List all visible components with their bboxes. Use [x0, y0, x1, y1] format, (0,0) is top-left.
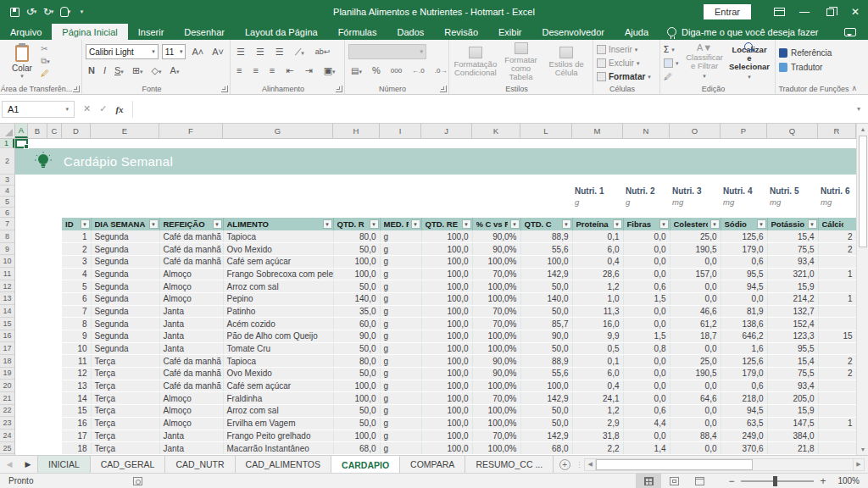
cell[interactable]: 50,0 [520, 305, 572, 318]
cell[interactable]: 0,0 [670, 442, 721, 455]
cell[interactable]: 0,0 [623, 230, 670, 243]
cell[interactable]: Terça [91, 430, 159, 442]
zoom-slider-thumb[interactable] [773, 476, 777, 486]
sheet-tab-inicial[interactable]: INICIAL [37, 456, 91, 473]
cell[interactable]: 100,0 [421, 268, 472, 280]
cell[interactable]: 132,7 [767, 305, 818, 318]
formula-input[interactable] [133, 101, 851, 118]
cell[interactable]: 218,0 [721, 392, 767, 405]
cell[interactable]: 1,2 [572, 405, 623, 418]
number-dialog-launcher[interactable] [440, 86, 447, 92]
cell[interactable]: 100,0 [520, 380, 572, 392]
cell[interactable]: 100,0 [421, 342, 472, 355]
column-header-A[interactable]: A [15, 124, 28, 138]
cell[interactable]: Segunda [91, 318, 159, 330]
cell[interactable]: Café da manhã [159, 355, 223, 368]
undo-icon[interactable]: ↺▾ [24, 3, 39, 20]
align-left-icon[interactable]: ≡ [234, 65, 244, 75]
cell[interactable]: Pão de Alho com Queijo [223, 330, 333, 343]
cell[interactable]: 0,6 [623, 405, 670, 418]
cell[interactable]: 0,0 [623, 430, 670, 442]
sheet-tab-cad-alimentos[interactable]: CAD_ALIMENTOS [236, 456, 332, 473]
cell[interactable]: 1,2 [572, 280, 623, 293]
collapse-ribbon-icon[interactable]: ∧ [851, 84, 857, 92]
align-top-icon[interactable]: ☰ [234, 47, 248, 58]
cell[interactable]: 6,0 [572, 368, 623, 380]
cell[interactable]: 190,5 [670, 368, 721, 380]
row-header-18[interactable]: 18 [0, 355, 14, 368]
col-header-alimento[interactable]: ALIMENTO▼ [223, 218, 333, 230]
cell[interactable]: 100,0 [421, 417, 472, 430]
cell[interactable]: Terça [91, 442, 159, 455]
filter-dropdown-icon[interactable]: ▼ [757, 219, 766, 229]
cell[interactable]: 125,6 [721, 230, 767, 243]
cell[interactable]: 2 [818, 355, 856, 368]
cell[interactable]: 0,4 [572, 255, 623, 268]
cell[interactable] [818, 280, 856, 293]
cell[interactable]: g [380, 243, 421, 256]
column-header-F[interactable]: F [159, 124, 223, 138]
cell[interactable]: 100,0 [333, 255, 380, 268]
cell[interactable]: 50,0 [520, 280, 572, 293]
cell[interactable]: 9,9 [572, 330, 623, 343]
cell[interactable]: Almoço [159, 405, 223, 418]
cell[interactable]: 50,0 [333, 280, 380, 293]
row-header-8[interactable]: 8 [0, 230, 14, 243]
sheet-tab-compara[interactable]: COMPARA [400, 456, 465, 473]
cell[interactable]: Café da manhã [159, 255, 223, 268]
cell[interactable]: 100,0 [421, 380, 472, 392]
cell[interactable]: Janta [159, 305, 223, 318]
column-header-H[interactable]: H [333, 124, 380, 138]
percent-style-icon[interactable]: % [370, 65, 383, 75]
cell[interactable]: Frango Sobrecoxa com pele [223, 268, 333, 280]
cell[interactable]: 70,0% [472, 318, 520, 330]
column-header-E[interactable]: E [91, 124, 159, 138]
cell[interactable]: 100,0 [421, 230, 472, 243]
filter-dropdown-icon[interactable]: ▼ [510, 219, 520, 229]
cell[interactable]: 95,5 [721, 268, 767, 280]
column-header-N[interactable]: N [623, 124, 670, 138]
tab-desenvolvedor[interactable]: Desenvolvedor [532, 24, 615, 40]
cell[interactable]: 140,0 [520, 292, 572, 305]
cell[interactable]: 13 [62, 380, 91, 392]
sheet-tab-cad-nutr[interactable]: CAD_NUTR [165, 456, 235, 473]
reference-button[interactable]: Referência [779, 46, 857, 59]
cell[interactable]: 12 [62, 368, 91, 380]
column-header-B[interactable]: B [28, 124, 47, 138]
cell[interactable]: 10 [62, 342, 91, 355]
column-header-G[interactable]: G [223, 124, 333, 138]
cell[interactable]: g [380, 268, 421, 280]
cell[interactable]: 15 [62, 405, 91, 418]
cell[interactable]: 50,0 [333, 417, 380, 430]
col-header-qtd-r[interactable]: QTD. R▼ [333, 218, 380, 230]
cell[interactable]: 55,6 [520, 243, 572, 256]
col-header-c-lcio[interactable]: Cálcio [818, 218, 856, 230]
row-header-22[interactable]: 22 [0, 405, 14, 418]
format-cells-button[interactable]: Formatar▾ [597, 70, 656, 83]
next-sheet-icon[interactable]: ▶ [19, 456, 37, 473]
column-header-M[interactable]: M [572, 124, 623, 138]
scroll-up-icon[interactable]: ▲ [857, 124, 868, 135]
cell[interactable]: 1 [818, 268, 856, 280]
cell[interactable]: 50,0 [333, 243, 380, 256]
cell[interactable]: 123,3 [767, 330, 818, 343]
cell[interactable]: Almoço [159, 392, 223, 405]
cell[interactable]: g [380, 430, 421, 442]
horizontal-scrollbar-track[interactable] [596, 458, 853, 471]
cell[interactable]: 1,5 [623, 330, 670, 343]
cell[interactable]: 50,0 [520, 405, 572, 418]
cell[interactable]: 5 [62, 280, 91, 293]
filter-dropdown-icon[interactable]: ▼ [370, 219, 379, 229]
row-header-25[interactable]: 25 [0, 442, 14, 455]
horizontal-scrollbar[interactable]: ◀ ▶ [584, 458, 865, 471]
cell[interactable]: Almoço [159, 417, 223, 430]
cell[interactable]: 0,0 [670, 280, 721, 293]
autosum-button[interactable]: Σ▾ [664, 43, 682, 56]
col-header-id[interactable]: ID▼ [62, 218, 91, 230]
new-sheet-button[interactable]: + [554, 456, 576, 473]
col-header-pot-ssio[interactable]: Potássio▼ [767, 218, 818, 230]
comma-style-icon[interactable]: 000 [388, 67, 404, 75]
cell[interactable]: 1 [818, 417, 856, 430]
col-header-refei-o[interactable]: REFEIÇÃO▼ [159, 218, 223, 230]
italic-button[interactable]: I [101, 65, 108, 75]
